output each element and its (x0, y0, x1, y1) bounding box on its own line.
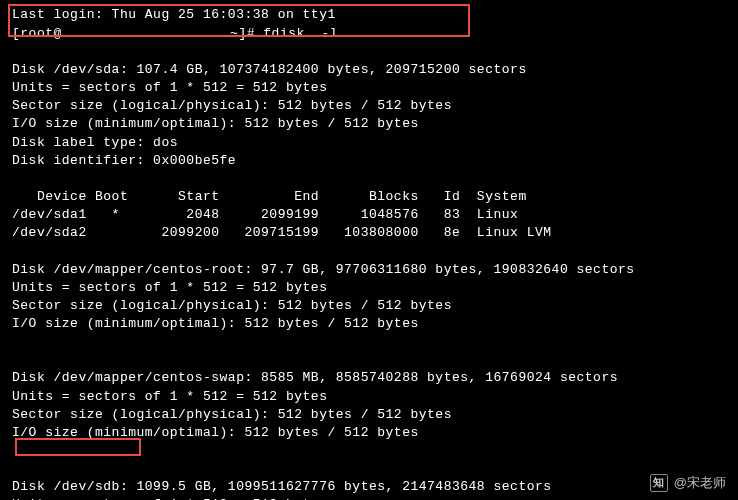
disk-sda-header: Disk /dev/sda: 107.4 GB, 107374182400 by… (12, 61, 726, 79)
zhihu-icon: 知 (650, 474, 668, 492)
prompt-prefix: [root@ (12, 26, 62, 41)
disk-sdb-prefix: Disk /dev/sdb: (12, 479, 128, 494)
partition-header: Device Boot Start End Blocks Id System (12, 188, 726, 206)
blank-line (12, 333, 726, 351)
partition-row-sda1: /dev/sda1 * 2048 2099199 1048576 83 Linu… (12, 206, 726, 224)
disk-sdb-header: Disk /dev/sdb: 1099.5 GB, 1099511627776 … (12, 478, 726, 496)
disk-sdb-units: Units = sectors of 1 * 512 = 512 bytes (12, 496, 726, 500)
prompt-command: ~]# fdisk -l (222, 26, 338, 41)
disk-root-header: Disk /dev/mapper/centos-root: 97.7 GB, 9… (12, 261, 726, 279)
disk-root-sector: Sector size (logical/physical): 512 byte… (12, 297, 726, 315)
last-login-line: Last login: Thu Aug 25 16:03:38 on tty1 (12, 6, 726, 24)
hostname-redacted (62, 24, 222, 42)
disk-sda-units: Units = sectors of 1 * 512 = 512 bytes (12, 79, 726, 97)
disk-swap-header: Disk /dev/mapper/centos-swap: 8585 MB, 8… (12, 369, 726, 387)
blank-line (12, 243, 726, 261)
disk-sda-identifier: Disk identifier: 0x000be5fe (12, 152, 726, 170)
disk-root-io: I/O size (minimum/optimal): 512 bytes / … (12, 315, 726, 333)
disk-swap-sector: Sector size (logical/physical): 512 byte… (12, 406, 726, 424)
disk-sda-io: I/O size (minimum/optimal): 512 bytes / … (12, 115, 726, 133)
disk-swap-io: I/O size (minimum/optimal): 512 bytes / … (12, 424, 726, 442)
disk-sda-sector: Sector size (logical/physical): 512 byte… (12, 97, 726, 115)
blank-line (12, 43, 726, 61)
disk-root-units: Units = sectors of 1 * 512 = 512 bytes (12, 279, 726, 297)
disk-sdb-suffix: 1099.5 GB, 1099511627776 bytes, 21474836… (128, 479, 551, 494)
partition-row-sda2: /dev/sda2 2099200 209715199 103808000 8e… (12, 224, 726, 242)
blank-line (12, 460, 726, 478)
blank-line (12, 351, 726, 369)
watermark-author: @宋老师 (674, 474, 726, 492)
watermark: 知 @宋老师 (650, 474, 726, 492)
disk-swap-units: Units = sectors of 1 * 512 = 512 bytes (12, 388, 726, 406)
blank-line (12, 170, 726, 188)
blank-line (12, 442, 726, 460)
disk-sda-label: Disk label type: dos (12, 134, 726, 152)
shell-prompt-line[interactable]: [root@ ~]# fdisk -l (12, 24, 726, 43)
